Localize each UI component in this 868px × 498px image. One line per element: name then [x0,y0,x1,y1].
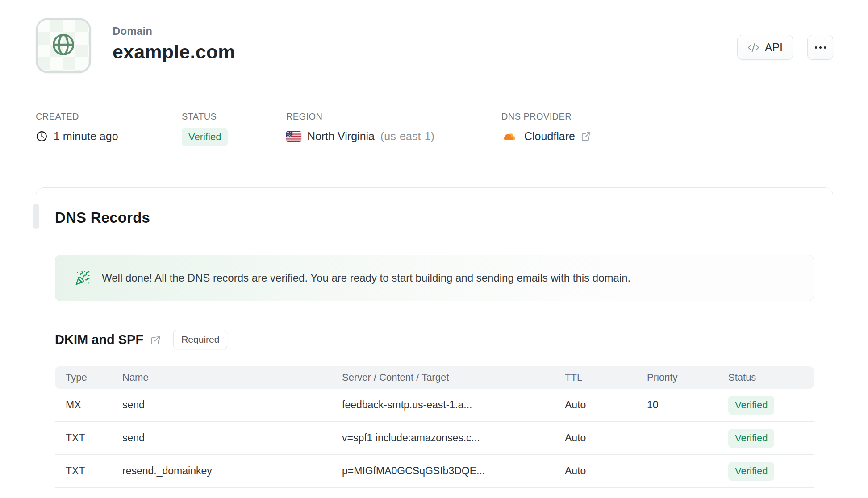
domain-avatar [36,18,91,73]
dkim-external-link-icon[interactable] [150,335,161,345]
cloudflare-icon [501,131,518,142]
api-button[interactable]: API [737,35,793,60]
cell-priority: 10 [647,399,728,411]
cell-status: Verified [728,462,814,481]
region-label: REGION [286,112,501,122]
region-code: (us-east-1) [380,130,434,143]
cell-status: Verified [728,396,814,415]
col-header-priority: Priority [647,372,728,383]
page-header: Domain example.com API [36,18,833,73]
cell-type: TXT [66,432,122,444]
cell-name: send [122,432,342,444]
row-status-badge: Verified [728,462,774,481]
meta-region: REGION [286,112,501,146]
menu-button[interactable] [807,35,833,60]
party-popper-icon [75,270,90,286]
cell-content: p=MIGfMA0GCSqGSIb3DQE... [342,465,565,477]
external-link-icon [581,131,591,141]
dns-provider-label: DNS PROVIDER [501,112,591,122]
created-label: CREATED [36,112,182,122]
dkim-spf-title: DKIM and SPF [55,332,143,347]
dns-records-table: Type Name Server / Content / Target TTL … [55,366,814,488]
cell-name: send [122,399,342,411]
globe-icon [49,30,78,61]
col-header-ttl: TTL [565,372,647,383]
domain-kicker: Domain [113,25,235,37]
clock-icon [36,130,48,142]
dns-records-title: DNS Records [55,209,814,226]
cell-type: TXT [66,465,122,477]
api-button-label: API [765,41,783,54]
status-badge: Verified [182,128,228,146]
dns-records-card: DNS Records Well done! All the DNS recor… [36,187,833,498]
table-row[interactable]: MX send feedback-smtp.us-east-1.a... Aut… [55,389,814,422]
status-label: STATUS [182,112,286,122]
meta-row: CREATED 1 minute ago STATUS Verified REG… [36,112,833,146]
code-icon [747,42,760,54]
page-title: example.com [113,41,235,63]
cell-ttl: Auto [565,432,647,444]
row-status-badge: Verified [728,396,774,415]
table-row[interactable]: TXT resend._domainkey p=MIGfMA0GCSqGSIb3… [55,455,814,488]
cell-name: resend._domainkey [122,465,342,477]
meta-created: CREATED 1 minute ago [36,112,182,146]
col-header-status: Status [728,372,814,383]
table-header-row: Type Name Server / Content / Target TTL … [55,366,814,389]
col-header-name: Name [122,372,342,383]
col-header-content: Server / Content / Target [342,372,565,383]
table-row[interactable]: TXT send v=spf1 include:amazonses.c... A… [55,422,814,455]
cell-content: feedback-smtp.us-east-1.a... [342,399,565,411]
header-actions: API [737,35,833,60]
required-badge: Required [173,330,227,349]
cell-ttl: Auto [565,399,647,411]
dns-provider-value: Cloudflare [524,130,575,143]
banner-message: Well done! All the DNS records are verif… [102,272,630,284]
cell-status: Verified [728,429,814,448]
us-flag-icon [286,131,301,142]
domain-page: Domain example.com API CREATED [0,0,868,498]
ellipsis-icon [815,46,826,49]
dkim-spf-section-head: DKIM and SPF Required [55,330,814,349]
header-text: Domain example.com [113,18,235,63]
success-banner: Well done! All the DNS records are verif… [55,255,814,301]
meta-dns-provider: DNS PROVIDER Cloudflare [501,112,591,146]
cell-content: v=spf1 include:amazonses.c... [342,432,565,444]
dns-provider-link[interactable]: Cloudflare [501,130,591,143]
row-status-badge: Verified [728,429,774,448]
col-header-type: Type [66,372,122,383]
region-value: North Virginia [307,130,375,143]
meta-status: STATUS Verified [182,112,286,146]
card-side-tab [33,204,39,229]
cell-ttl: Auto [565,465,647,477]
cell-type: MX [66,399,122,411]
created-value: 1 minute ago [54,130,118,143]
